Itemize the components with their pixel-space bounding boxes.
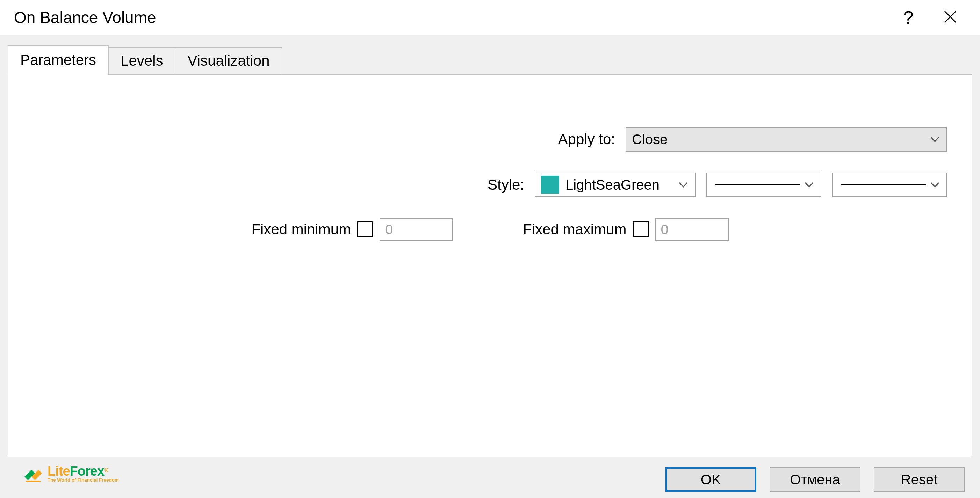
window-title: On Balance Volume: [14, 8, 882, 27]
fixed-min-label: Fixed minimum: [251, 221, 351, 238]
fixed-min-checkbox[interactable]: [357, 221, 373, 238]
tab-parameters[interactable]: Parameters: [8, 45, 109, 75]
line-width-dropdown[interactable]: [832, 173, 947, 197]
chevron-down-icon: [677, 179, 689, 191]
fixed-min-input[interactable]: [380, 218, 453, 241]
chevron-down-icon: [803, 179, 815, 191]
style-color-dropdown[interactable]: LightSeaGreen: [535, 173, 695, 197]
button-bar: OK Отмена Reset: [8, 457, 972, 492]
line-style-sample: [715, 184, 800, 186]
chevron-down-icon: [929, 133, 941, 145]
titlebar: On Balance Volume ?: [0, 0, 980, 35]
tab-panel-parameters: Apply to: Close Style: LightSeaGreen: [8, 74, 972, 457]
help-icon: ?: [904, 7, 913, 28]
logo-tagline: The World of Financial Freedom: [48, 478, 119, 482]
liteforex-logo: LiteForex® The World of Financial Freedo…: [21, 461, 119, 485]
style-color-name: LightSeaGreen: [565, 177, 660, 193]
line-width-sample: [841, 184, 926, 186]
color-swatch: [541, 176, 559, 194]
cancel-button[interactable]: Отмена: [770, 467, 861, 492]
reset-button[interactable]: Reset: [874, 467, 965, 492]
close-icon: [943, 7, 957, 28]
tab-strip: Parameters Levels Visualization: [8, 45, 972, 75]
fixed-max-checkbox[interactable]: [633, 221, 649, 238]
tab-visualization[interactable]: Visualization: [175, 48, 282, 75]
style-label: Style:: [488, 176, 524, 193]
apply-to-label: Apply to:: [558, 131, 615, 148]
logo-text: LiteForex®: [48, 465, 119, 478]
ok-button[interactable]: OK: [665, 467, 756, 492]
tab-levels[interactable]: Levels: [108, 48, 175, 75]
line-style-dropdown[interactable]: [706, 173, 821, 197]
chevron-down-icon: [929, 179, 941, 191]
logo-mark-icon: [21, 461, 45, 485]
close-button[interactable]: [935, 2, 966, 33]
help-button[interactable]: ?: [892, 2, 924, 33]
apply-to-dropdown[interactable]: Close: [625, 127, 947, 152]
fixed-max-input[interactable]: [655, 218, 729, 241]
fixed-max-label: Fixed maximum: [523, 221, 626, 238]
apply-to-value: Close: [632, 132, 668, 147]
